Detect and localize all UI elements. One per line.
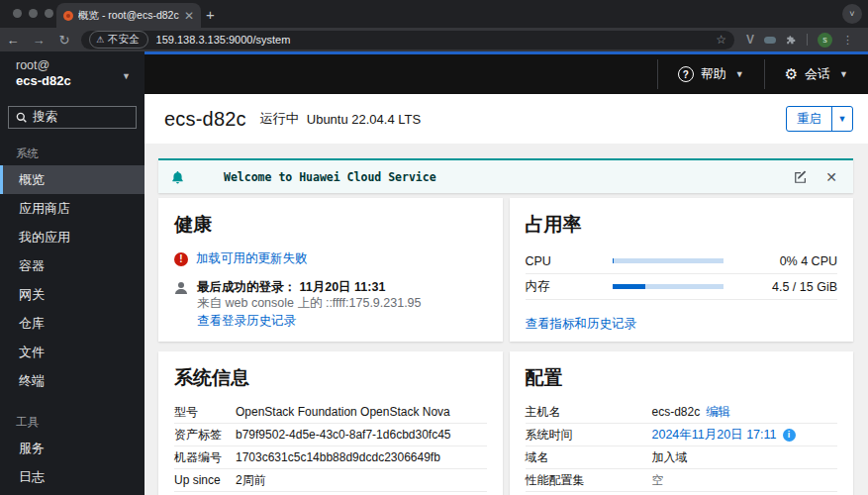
system-time-row: 系统时间 2024年11月20日 17:11 i bbox=[526, 424, 838, 446]
edit-icon[interactable] bbox=[794, 170, 808, 184]
table-row: 资产标签 b79f9502-4d5e-43c0-8af7-1d6cbd30fc4… bbox=[174, 424, 487, 446]
profile-avatar[interactable]: s bbox=[818, 33, 832, 48]
url-text: 159.138.3.135:9000/system bbox=[156, 34, 717, 46]
hostname-row: 主机名 ecs-d82c 编辑 bbox=[526, 401, 838, 424]
last-login: 最后成功的登录： 11月20日 11:31 bbox=[197, 280, 422, 295]
tab-favicon bbox=[63, 11, 73, 21]
motd-text: Welcome to Huawei Cloud Service bbox=[224, 170, 794, 184]
system-info-title: 系统信息 bbox=[174, 365, 487, 391]
domain-row: 域名 加入域 bbox=[526, 446, 838, 469]
security-label: 不安全 bbox=[108, 33, 140, 47]
cpu-value: 0% 4 CPU bbox=[723, 254, 838, 268]
config-title: 配置 bbox=[526, 365, 838, 391]
error-icon: ! bbox=[174, 252, 188, 266]
cpu-progress-bar bbox=[613, 258, 723, 263]
extension-icon[interactable]: V bbox=[746, 33, 754, 47]
forward-button[interactable]: → bbox=[26, 33, 51, 48]
extension-icon-2[interactable] bbox=[764, 37, 776, 44]
tab-close-icon[interactable]: ✕ bbox=[184, 9, 194, 23]
metrics-link[interactable]: 查看指标和历史记录 bbox=[526, 316, 637, 333]
system-info-card: 系统信息 型号 OpenStack Foundation OpenStack N… bbox=[158, 351, 503, 495]
table-row: 机器编号 1703c631c5c14bb88d9dcdc2306649fb bbox=[174, 446, 487, 469]
sidebar-item-myapps[interactable]: 我的应用 bbox=[0, 223, 145, 251]
back-button[interactable]: ← bbox=[0, 33, 26, 48]
masthead: ? 帮助 ▼ ⚙ 会话 ▼ bbox=[145, 51, 868, 94]
sidebar-item-terminal[interactable]: 终端 bbox=[0, 366, 145, 395]
restart-dropdown-toggle[interactable]: ▼ bbox=[831, 107, 852, 131]
address-bar[interactable]: ⚠ 不安全 159.138.3.135:9000/system ☆ bbox=[81, 31, 734, 50]
host-os: Ubuntu 22.04.4 LTS bbox=[307, 112, 421, 127]
sidebar-item-overview[interactable]: 概览 bbox=[0, 165, 145, 194]
sidebar: root@ ecs-d82c ▼ 搜索 系统 概览 应用商店 我的应用 容器 网… bbox=[0, 51, 145, 495]
sidebar-item-gateway[interactable]: 网关 bbox=[0, 280, 145, 309]
warning-icon: ⚠ bbox=[96, 35, 104, 45]
tab-search-chevron-icon[interactable]: ˅ bbox=[842, 4, 862, 24]
restart-button[interactable]: 重启 bbox=[787, 107, 831, 131]
chevron-down-icon: ▼ bbox=[735, 69, 744, 79]
user-menu[interactable]: root@ ecs-d82c ▼ bbox=[0, 51, 145, 95]
bookmark-star-icon[interactable]: ☆ bbox=[716, 33, 726, 47]
memory-label: 内存 bbox=[526, 278, 613, 295]
motd-banner: Welcome to Huawei Cloud Service ✕ bbox=[158, 158, 853, 193]
toolbar-separator bbox=[807, 34, 808, 46]
search-icon bbox=[16, 112, 27, 123]
session-label: 会话 bbox=[805, 65, 830, 83]
window-controls[interactable] bbox=[13, 9, 53, 18]
sidebar-section-system: 系统 bbox=[0, 141, 145, 165]
extensions-puzzle-icon[interactable] bbox=[786, 35, 797, 46]
login-history-link[interactable]: 查看登录历史记录 bbox=[197, 314, 296, 328]
help-menu[interactable]: ? 帮助 ▼ bbox=[658, 61, 764, 87]
browser-menu-icon[interactable]: ⋮ bbox=[842, 34, 853, 47]
join-domain[interactable]: 加入域 bbox=[652, 449, 688, 466]
sidebar-section-tools: 工具 bbox=[0, 409, 145, 434]
profile-row: 性能配置集 空 bbox=[526, 469, 838, 492]
memory-progress-bar bbox=[613, 284, 723, 289]
sidebar-item-services[interactable]: 服务 bbox=[0, 434, 145, 462]
help-label: 帮助 bbox=[701, 65, 726, 83]
table-row: Up since 2周前 bbox=[174, 469, 487, 492]
sidebar-search[interactable]: 搜索 bbox=[8, 106, 137, 129]
chevron-down-icon: ▼ bbox=[122, 71, 131, 81]
info-icon[interactable]: i bbox=[783, 429, 796, 442]
sidebar-item-logs[interactable]: 日志 bbox=[0, 462, 145, 491]
content-header: ecs-d82c 运行中 Ubuntu 22.04.4 LTS 重启 ▼ bbox=[145, 94, 868, 144]
memory-usage-row: 内存 4.5 / 15 GiB bbox=[526, 274, 838, 300]
cpu-usage-row: CPU 0% 4 CPU bbox=[526, 248, 838, 274]
config-card: 配置 主机名 ecs-d82c 编辑 系统时间 2024年11月20日 17:1… bbox=[510, 351, 854, 495]
health-title: 健康 bbox=[174, 212, 487, 238]
bell-icon bbox=[171, 170, 184, 184]
updates-failed-link[interactable]: 加载可用的更新失败 bbox=[196, 250, 308, 267]
usage-card: 占用率 CPU 0% 4 CPU 内存 4.5 / 15 GiB 查看指标和历史… bbox=[510, 198, 854, 342]
usage-title: 占用率 bbox=[526, 212, 838, 238]
browser-tabstrip: 概览 - root@ecs-d82c ✕ + ˅ bbox=[0, 0, 868, 28]
cockpit-page: root@ ecs-d82c ▼ 搜索 系统 概览 应用商店 我的应用 容器 网… bbox=[0, 51, 868, 495]
chevron-down-icon: ▼ bbox=[839, 69, 848, 79]
search-placeholder: 搜索 bbox=[33, 109, 57, 126]
help-icon: ? bbox=[678, 66, 694, 82]
browser-tab[interactable]: 概览 - root@ecs-d82c ✕ bbox=[56, 3, 201, 28]
sidebar-item-containers[interactable]: 容器 bbox=[0, 251, 145, 280]
user-hostname: ecs-d82c bbox=[16, 73, 131, 89]
host-state: 运行中 bbox=[260, 110, 299, 128]
profile-value: 空 bbox=[652, 472, 664, 489]
cpu-label: CPU bbox=[526, 254, 613, 268]
table-row: 型号 OpenStack Foundation OpenStack Nova bbox=[174, 401, 487, 424]
new-tab-button[interactable]: + bbox=[206, 6, 215, 23]
edit-hostname-link[interactable]: 编辑 bbox=[706, 404, 730, 421]
gear-icon: ⚙ bbox=[785, 65, 798, 83]
restart-split-button: 重启 ▼ bbox=[786, 106, 853, 132]
system-time-link[interactable]: 2024年11月20日 17:11 bbox=[652, 427, 777, 444]
content-body: Welcome to Huawei Cloud Service ✕ 健康 ! 加… bbox=[145, 144, 868, 495]
sidebar-item-repository[interactable]: 仓库 bbox=[0, 309, 145, 338]
sidebar-item-appstore[interactable]: 应用商店 bbox=[0, 194, 145, 223]
close-icon[interactable]: ✕ bbox=[825, 169, 837, 185]
reload-button[interactable]: ↻ bbox=[51, 33, 77, 48]
session-menu[interactable]: ⚙ 会话 ▼ bbox=[765, 61, 868, 87]
user-name: root@ bbox=[16, 57, 131, 73]
memory-value: 4.5 / 15 GiB bbox=[723, 280, 838, 294]
sidebar-item-files[interactable]: 文件 bbox=[0, 338, 145, 366]
security-chip[interactable]: ⚠ 不安全 bbox=[89, 31, 148, 49]
tab-title: 概览 - root@ecs-d82c bbox=[78, 9, 179, 23]
page-title: ecs-d82c bbox=[164, 108, 246, 131]
login-origin: 来自 web console 上的 ::ffff:175.9.231.95 bbox=[197, 296, 422, 311]
